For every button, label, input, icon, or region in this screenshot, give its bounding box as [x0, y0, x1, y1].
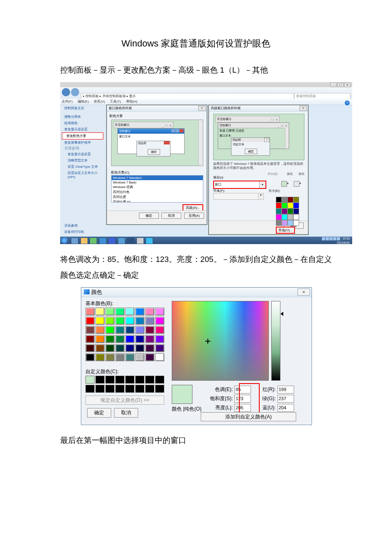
color-swatch[interactable]	[276, 220, 282, 226]
color-swatch[interactable]	[115, 353, 124, 361]
taskbar-app-icon[interactable]	[71, 237, 78, 244]
taskbar-app-icon[interactable]	[136, 237, 144, 244]
color-swatch[interactable]	[155, 326, 164, 334]
color-swatch[interactable]	[105, 335, 114, 343]
color-swatch[interactable]	[85, 335, 95, 343]
sidebar-home[interactable]: 控制面板主页	[60, 105, 105, 111]
color-swatch[interactable]	[125, 376, 134, 384]
menu-view[interactable]: 查看(V)	[94, 100, 105, 103]
close-icon[interactable]: ✕	[299, 106, 307, 111]
crosshair-icon[interactable]	[206, 340, 209, 343]
taskbar-app-icon[interactable]	[108, 237, 116, 244]
sidebar-sublink[interactable]: 清晰类型文本	[60, 157, 105, 164]
taskbar-app-icon[interactable]	[99, 237, 107, 244]
color-swatch[interactable]	[155, 376, 164, 384]
sidebar-bottom-link[interactable]: 另请参阅	[60, 222, 105, 229]
color-spectrum[interactable]	[172, 301, 269, 381]
color-swatch[interactable]	[145, 344, 154, 352]
color-swatch[interactable]	[115, 335, 124, 343]
window-controls[interactable]: — ☐ ✕	[330, 83, 351, 87]
taskbar-app-icon[interactable]	[118, 237, 125, 244]
minimize-icon[interactable]: —	[330, 83, 336, 87]
color-swatch[interactable]	[115, 385, 124, 393]
color-swatch[interactable]	[293, 203, 299, 208]
sidebar-link-change-scheme[interactable]: 更改配色方案	[62, 132, 103, 139]
color-swatch[interactable]	[105, 317, 114, 325]
color-swatch[interactable]	[145, 308, 154, 315]
color-swatch[interactable]	[287, 203, 293, 208]
other-color-button[interactable]: 其他(O)...	[276, 227, 295, 234]
color-swatch[interactable]	[95, 335, 105, 343]
color-swatch[interactable]	[287, 208, 293, 214]
color-swatch[interactable]	[293, 214, 299, 220]
color2-swatch[interactable]	[294, 181, 299, 187]
color-swatch[interactable]	[105, 344, 114, 352]
color-swatch[interactable]	[105, 326, 114, 334]
color-swatch[interactable]	[287, 220, 293, 226]
color-swatch[interactable]	[105, 385, 114, 393]
color-swatch[interactable]	[276, 203, 282, 208]
scheme-item[interactable]: Windows 7 Basic	[112, 180, 203, 185]
color-swatch[interactable]	[155, 335, 164, 343]
color-swatch[interactable]	[276, 208, 282, 214]
color-swatch[interactable]	[115, 376, 124, 384]
color-swatch[interactable]	[85, 308, 95, 315]
color-swatch[interactable]	[85, 326, 95, 334]
color-swatch[interactable]	[125, 317, 134, 325]
color-swatch[interactable]	[95, 344, 105, 352]
menu-bar[interactable]: 文件(F) 编辑(E) 查看(V) 工具(T) 帮助(H)	[60, 99, 352, 105]
color-swatch[interactable]	[95, 317, 105, 325]
color-swatch[interactable]	[95, 353, 105, 361]
maximize-icon[interactable]: ☐	[337, 83, 343, 87]
close-icon[interactable]: ✕	[344, 83, 351, 87]
color-swatch[interactable]	[105, 376, 114, 384]
color-swatch[interactable]	[276, 214, 282, 220]
menu-file[interactable]: 文件(F)	[62, 100, 73, 103]
color-swatch[interactable]	[95, 385, 105, 393]
color-swatch[interactable]	[155, 344, 164, 352]
help-icon[interactable]: ?	[345, 100, 350, 105]
ok-button[interactable]: 确定	[87, 408, 111, 418]
color-swatch[interactable]	[95, 308, 105, 315]
luminance-slider[interactable]	[271, 301, 280, 381]
color-swatch[interactable]	[287, 197, 293, 203]
menu-edit[interactable]: 编辑(E)	[78, 100, 89, 103]
color-swatch[interactable]	[95, 326, 105, 334]
sidebar-link[interactable]: 校准颜色	[60, 120, 105, 126]
color-swatch[interactable]	[135, 317, 144, 325]
color-swatch[interactable]	[282, 214, 287, 220]
close-icon[interactable]: ✕	[297, 289, 310, 296]
scheme-item[interactable]: 高对比白色	[112, 190, 203, 195]
color-swatch[interactable]	[155, 317, 164, 325]
color-swatch[interactable]	[155, 308, 164, 315]
taskbar-app-icon[interactable]	[127, 237, 134, 244]
color-swatch[interactable]	[125, 385, 134, 393]
color-swatch[interactable]	[125, 326, 134, 334]
define-custom-button[interactable]: 规定自定义颜色(D) >>	[85, 396, 164, 405]
color-swatch[interactable]	[125, 353, 134, 361]
color-swatch[interactable]	[105, 353, 114, 361]
taskbar-app-icon[interactable]	[90, 237, 97, 244]
color-swatch[interactable]	[155, 353, 164, 361]
color-swatch[interactable]	[145, 353, 154, 361]
scheme-listbox[interactable]: Windows 7 Standard Windows 7 Basic Windo…	[111, 175, 203, 203]
color-swatch[interactable]	[145, 385, 154, 393]
scheme-item[interactable]: Windows 7 Standard	[112, 176, 203, 180]
color-swatch[interactable]	[135, 344, 144, 352]
sidebar-sublink[interactable]: 设置自定义文本大小(DPI)	[60, 170, 105, 180]
color-swatch[interactable]	[105, 308, 114, 315]
luminance-arrow-icon[interactable]	[280, 312, 283, 316]
add-to-custom-button[interactable]: 添加到自定义颜色(A)	[201, 412, 296, 421]
sidebar-bottom-link[interactable]: 设备和打印机	[60, 229, 105, 235]
color-swatch[interactable]	[125, 335, 134, 343]
color-swatch[interactable]	[293, 197, 299, 203]
color-swatch[interactable]	[85, 385, 95, 393]
scheme-item[interactable]: Windows 经典	[112, 185, 203, 190]
color-swatch[interactable]	[85, 344, 95, 352]
color-swatch[interactable]	[85, 353, 95, 361]
color-swatch[interactable]	[155, 385, 164, 393]
color-swatch[interactable]	[115, 317, 124, 325]
start-orb-icon[interactable]	[61, 237, 68, 244]
color-swatch[interactable]	[145, 376, 154, 384]
color-swatch[interactable]	[293, 208, 299, 214]
